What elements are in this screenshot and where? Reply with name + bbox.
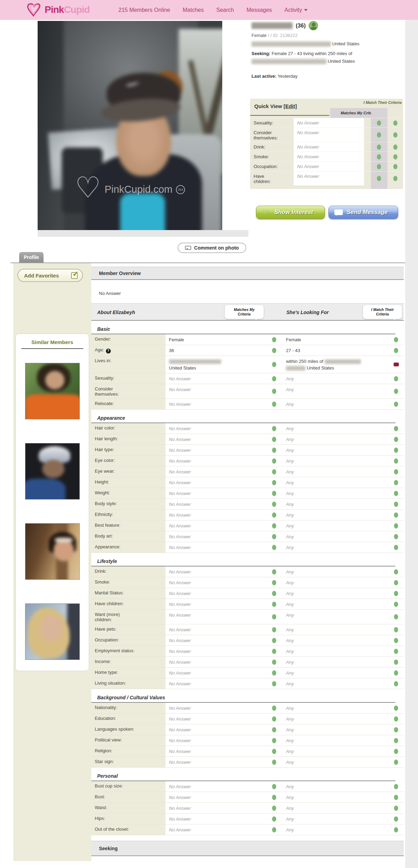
seeking-country: United States (328, 59, 355, 64)
row-label: Want (more) children: (91, 610, 165, 624)
row-seek-value-text: Any (286, 638, 294, 643)
row-my-value: No Answer (165, 599, 266, 609)
row-their-match-cell (388, 542, 404, 553)
similar-member-photo[interactable] (25, 603, 80, 660)
row-label-text: Want (more) children: (95, 612, 120, 622)
row-seek-value: Any (282, 488, 388, 498)
row-seek-value-text: Any (286, 437, 294, 442)
match-dot (394, 502, 398, 507)
photo-blurred-scene (38, 21, 222, 230)
row-label: Hips: (91, 814, 165, 824)
row-their-match-cell (388, 678, 404, 689)
row-my-value: No Answer (165, 434, 266, 444)
row-seek-value-text: Any (286, 545, 294, 550)
row-my-value-text: No Answer (169, 649, 191, 654)
row-seek-value-text: Any (286, 795, 294, 800)
row-their-match-cell (388, 657, 404, 667)
add-favorites-button[interactable]: Add Favorites (17, 269, 83, 282)
row-seek-value-text: 27 - 43 (286, 348, 300, 353)
profile-row: Employment status:No AnswerAny (91, 646, 404, 657)
row-their-match-cell (388, 510, 404, 520)
left-sidebar: Add Favorites Similar Members (13, 263, 91, 861)
row-label: Smoke: (91, 577, 165, 588)
row-my-value-text: No Answer (169, 602, 191, 607)
profile-row: Body art:No AnswerAny (91, 531, 404, 542)
logo-text-pink: Pink (45, 4, 64, 15)
row-seek-prefix-text: within 250 miles of (286, 359, 323, 364)
row-my-value-text: No Answer (169, 426, 191, 431)
matches-my-criteria-callout: Matches My Criteria (225, 305, 264, 319)
member-seeking: Seeking: Female 27 - 43 living within 25… (251, 50, 405, 65)
row-my-value: No Answer (165, 588, 266, 599)
row-my-value: No Answer (165, 735, 266, 746)
quick-view-edit-link[interactable]: [Edit] (284, 103, 297, 109)
quickview-row-label: Smoke: (250, 152, 293, 161)
row-seek-value: Any (282, 814, 388, 824)
row-my-value: No Answer (165, 814, 266, 824)
row-their-match-cell (388, 635, 404, 646)
row-their-match-cell (388, 588, 404, 599)
comment-on-photo-button[interactable]: Comment on photo (178, 243, 246, 253)
row-my-match-cell (266, 724, 282, 735)
help-icon[interactable]: ? (106, 349, 111, 353)
match-dot (394, 469, 398, 474)
profile-row: Want (more) children:No AnswerAny (91, 610, 404, 624)
profile-photo[interactable]: ♡ PinkCupid.com 364 (38, 21, 222, 230)
row-their-match-cell (388, 499, 404, 509)
nav-matches[interactable]: Matches (183, 7, 204, 13)
match-dot (394, 627, 398, 632)
row-their-match-cell (388, 445, 404, 455)
similar-members-rule (21, 348, 83, 349)
row-their-match-cell (388, 610, 404, 624)
seeking-label: Seeking: (251, 51, 270, 56)
match-dot (394, 681, 398, 686)
match-dot (272, 827, 276, 832)
row-my-value: No Answer (165, 757, 266, 767)
nav-members-online[interactable]: 215 Members Online (118, 7, 170, 13)
quick-view-title: Quick View [Edit] (254, 103, 297, 109)
match-dot (393, 132, 397, 138)
tab-profile[interactable]: Profile (19, 252, 44, 262)
similar-member-photo[interactable] (25, 523, 80, 580)
row-my-match-cell (266, 373, 282, 384)
row-seek-value: Any (282, 399, 388, 409)
row-my-value: No Answer (165, 531, 266, 542)
row-my-value-text: No Answer (169, 448, 191, 453)
match-dot (272, 448, 276, 453)
quick-view-title-text: Quick View (254, 103, 282, 109)
nav-activity[interactable]: Activity (285, 7, 308, 13)
row-seek-value-text: Any (286, 376, 294, 381)
row-seek-value-text: Any (286, 827, 294, 832)
nav-messages[interactable]: Messages (247, 7, 272, 13)
row-their-match-cell (388, 703, 404, 713)
row-my-value: No Answer (165, 646, 266, 656)
row-label-text: Weight: (95, 490, 110, 495)
row-my-match-cell (266, 577, 282, 588)
profile-row: Occupation:No AnswerAny (91, 635, 404, 646)
pinkcupid-logo[interactable]: PinkCupid (26, 2, 90, 17)
overview-free-text: No Answer (99, 291, 404, 296)
show-interest-button[interactable]: ♡ Show Interest (256, 206, 325, 219)
row-my-value: No Answer (165, 803, 266, 813)
row-their-match-cell (388, 423, 404, 434)
send-message-button[interactable]: Send Message (328, 206, 398, 219)
row-my-value-text: No Answer (169, 376, 191, 381)
row-my-match-cell (266, 735, 282, 746)
row-seek-value: Any (282, 746, 388, 756)
row-label: Occupation: (91, 635, 165, 646)
match-dot (272, 580, 276, 585)
row-label: Income: (91, 657, 165, 667)
nav-search[interactable]: Search (216, 7, 234, 13)
row-seek-value: Any (282, 703, 388, 713)
row-my-value-text: No Answer (169, 816, 191, 822)
section-title: Personal (97, 773, 404, 779)
similar-member-photo[interactable] (25, 363, 80, 419)
profile-row: Eye wear:No AnswerAny (91, 466, 404, 477)
match-dot (394, 827, 398, 832)
row-label-text: Education: (95, 716, 116, 721)
similar-member-photo[interactable] (25, 443, 80, 500)
quickview-row-value: No Answer (294, 172, 364, 185)
match-dot (394, 727, 398, 732)
match-dot (394, 591, 398, 596)
match-dot (394, 389, 398, 394)
